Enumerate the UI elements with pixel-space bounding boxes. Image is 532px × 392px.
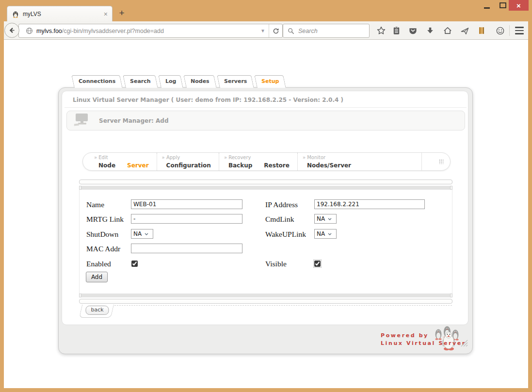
resize-grip-icon[interactable] bbox=[460, 339, 468, 349]
dashed-divider bbox=[114, 305, 452, 306]
url-path: /cgi-bin/mylvsaddserver.pl?mode=add bbox=[62, 28, 164, 34]
back-nav-button[interactable] bbox=[4, 23, 19, 38]
shutdown-select[interactable]: NA bbox=[131, 229, 153, 239]
name-input[interactable] bbox=[131, 199, 242, 209]
toolbar-separator bbox=[509, 25, 510, 36]
add-server-form: Name IP Address MRTG Link CmdLink NA Shu… bbox=[79, 190, 452, 294]
close-icon: × bbox=[516, 2, 521, 9]
url-dropdown-icon[interactable]: ▼ bbox=[257, 28, 269, 33]
panel-bottom-bar bbox=[79, 299, 452, 304]
navigation-toolbar: mylvs.foo/cgi-bin/mylvsaddserver.pl?mode… bbox=[4, 21, 528, 40]
mac-addr-label: MAC Addr bbox=[86, 245, 120, 253]
minimize-icon bbox=[484, 7, 490, 9]
wakeup-link-select[interactable]: NA bbox=[314, 229, 337, 239]
titlebar: myLVS × + × bbox=[0, 0, 532, 21]
powered-by-brand: Linux Virtual Server bbox=[381, 340, 466, 346]
visible-checkbox[interactable] bbox=[314, 261, 321, 267]
mac-addr-input[interactable] bbox=[131, 244, 242, 253]
enabled-checkbox[interactable] bbox=[131, 261, 138, 267]
panel-strip-bottom bbox=[79, 294, 452, 297]
subnav-item-nodes-server[interactable]: Nodes/Server bbox=[307, 162, 351, 169]
back-arrow-icon bbox=[8, 26, 16, 34]
tab-connections[interactable]: Connections bbox=[71, 75, 123, 88]
chevron-down-icon bbox=[328, 218, 332, 220]
ip-address-input[interactable] bbox=[314, 199, 425, 209]
cmd-link-label: CmdLink bbox=[265, 215, 294, 224]
pocket-icon[interactable] bbox=[407, 25, 418, 36]
minimize-button[interactable] bbox=[482, 2, 492, 10]
wakeup-link-label: WakeUPLink bbox=[265, 230, 306, 239]
server-monitor-icon bbox=[73, 113, 90, 128]
tab-servers[interactable]: Servers bbox=[217, 75, 254, 88]
panel-strip-top bbox=[79, 186, 452, 190]
add-button[interactable]: Add bbox=[86, 272, 108, 282]
maximize-button[interactable] bbox=[498, 2, 508, 10]
maximize-icon bbox=[500, 2, 506, 8]
main-panel: Linux Virtual Server Manager ( User: dem… bbox=[58, 87, 473, 354]
subnav-item-configuration[interactable]: Configuration bbox=[166, 162, 211, 169]
subnav-group-label: » Edit bbox=[94, 155, 149, 161]
powered-by-text: Powered by bbox=[381, 332, 429, 339]
section-title: Server Manager: Add bbox=[99, 117, 169, 124]
menu-icon[interactable] bbox=[514, 26, 525, 35]
name-label: Name bbox=[86, 200, 104, 209]
bookmark-star-icon[interactable] bbox=[376, 25, 387, 36]
url-bar[interactable]: mylvs.foo/cgi-bin/mylvsaddserver.pl?mode… bbox=[18, 24, 283, 38]
subnav-item-backup[interactable]: Backup bbox=[228, 162, 252, 169]
shutdown-label: ShutDown bbox=[86, 230, 118, 239]
tab-search[interactable]: Search bbox=[123, 75, 158, 88]
tux-favicon-icon bbox=[12, 10, 19, 18]
section-header: Server Manager: Add bbox=[66, 111, 465, 131]
back-tab: back bbox=[79, 305, 114, 318]
reading-list-icon[interactable] bbox=[391, 25, 402, 36]
subnav-group-label: » Apply bbox=[162, 155, 211, 161]
web-page: Connections Search Log Nodes Servers Set… bbox=[4, 40, 528, 388]
subnav-group-edit: » Edit Node Server bbox=[89, 153, 157, 170]
subnav-item-restore[interactable]: Restore bbox=[264, 162, 290, 169]
lvs-tab-strip: Connections Search Log Nodes Servers Set… bbox=[73, 75, 285, 87]
reload-icon bbox=[273, 28, 279, 34]
send-tab-icon[interactable] bbox=[459, 25, 470, 36]
back-button[interactable]: back bbox=[85, 306, 109, 315]
subnav-item-server[interactable]: Server bbox=[127, 162, 149, 169]
mrtg-link-input[interactable] bbox=[131, 214, 242, 224]
browser-tab[interactable]: myLVS × bbox=[7, 6, 113, 21]
action-toolbar: » Edit Node Server » Apply Configuration bbox=[82, 152, 451, 171]
subnav-group-monitor: » Monitor Nodes/Server bbox=[297, 153, 359, 170]
search-box[interactable] bbox=[283, 24, 370, 38]
header-divider bbox=[64, 107, 467, 108]
subnav-group-label: » Recovery bbox=[224, 155, 290, 161]
subnav-group-apply: » Apply Configuration bbox=[157, 153, 219, 170]
sidebar-book-icon[interactable] bbox=[476, 25, 487, 36]
search-icon bbox=[288, 28, 294, 34]
panel-top-bar bbox=[79, 180, 452, 184]
enabled-label: Enabled bbox=[86, 260, 111, 268]
home-icon[interactable] bbox=[442, 25, 453, 36]
mrtg-link-label: MRTG Link bbox=[86, 215, 124, 224]
url-domain: mylvs.foo bbox=[36, 28, 62, 34]
cmd-link-select[interactable]: NA bbox=[314, 214, 337, 224]
browser-window: myLVS × + × mylvs.foo/cgi-bin/mylvsaddse… bbox=[0, 0, 532, 392]
chevron-down-icon bbox=[328, 233, 332, 235]
download-icon[interactable] bbox=[425, 25, 435, 36]
reload-button[interactable] bbox=[269, 24, 282, 37]
chevron-down-icon bbox=[145, 233, 148, 235]
search-input[interactable] bbox=[297, 27, 357, 35]
close-button[interactable]: × bbox=[509, 0, 529, 11]
app-header: Linux Virtual Server Manager ( User: dem… bbox=[73, 97, 343, 103]
new-tab-button[interactable]: + bbox=[115, 7, 128, 19]
tab-close-icon[interactable]: × bbox=[104, 11, 108, 17]
subnav-group-recovery: » Recovery Backup Restore bbox=[219, 153, 297, 170]
tab-nodes[interactable]: Nodes bbox=[184, 75, 217, 88]
subnav-group-label: » Monitor bbox=[303, 155, 351, 161]
visible-label: Visible bbox=[265, 260, 287, 268]
form-panel: Name IP Address MRTG Link CmdLink NA Shu… bbox=[79, 180, 452, 304]
globe-icon bbox=[26, 27, 33, 34]
feedback-smiley-icon[interactable] bbox=[495, 25, 505, 36]
tab-log[interactable]: Log bbox=[158, 75, 183, 88]
tab-setup[interactable]: Setup bbox=[255, 75, 287, 88]
ip-address-label: IP Address bbox=[265, 200, 298, 209]
tab-title: myLVS bbox=[23, 11, 104, 17]
subnav-item-node[interactable]: Node bbox=[98, 162, 115, 169]
toolbar-grip[interactable] bbox=[421, 153, 450, 170]
